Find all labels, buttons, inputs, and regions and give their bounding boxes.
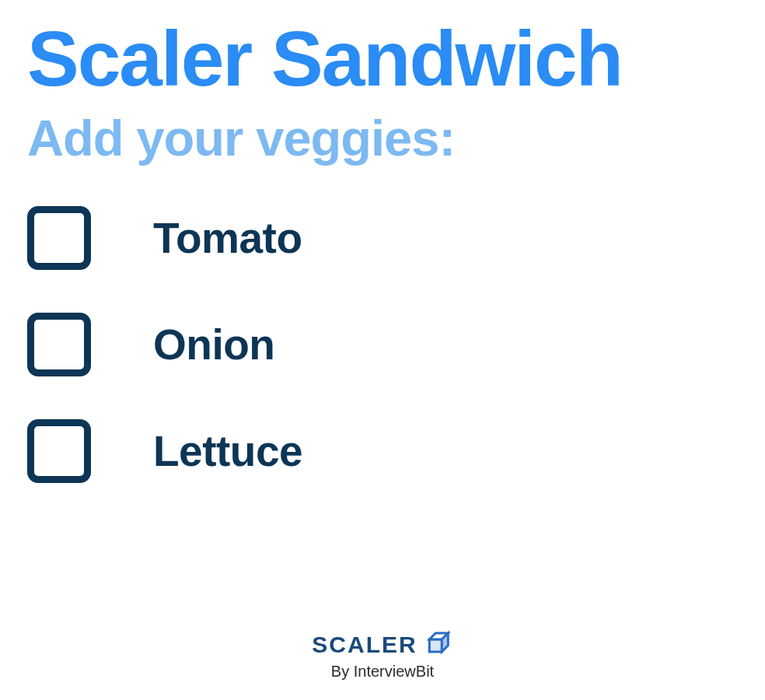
page-subtitle: Add your veggies: (27, 109, 738, 167)
checkbox-lettuce[interactable] (27, 419, 91, 483)
footer-brand: SCALER (312, 630, 452, 660)
option-label: Onion (153, 320, 274, 369)
footer-brand-text: SCALER (312, 632, 417, 658)
option-row: Onion (27, 313, 738, 376)
page-title: Scaler Sandwich (27, 16, 738, 101)
checkbox-tomato[interactable] (27, 206, 91, 270)
option-label: Tomato (153, 213, 302, 263)
footer: SCALER By InterviewBit (312, 630, 452, 681)
option-label: Lettuce (153, 426, 302, 476)
footer-byline: By InterviewBit (312, 663, 452, 681)
option-row: Tomato (27, 206, 738, 270)
scaler-logo-icon (427, 630, 453, 660)
checkbox-onion[interactable] (27, 313, 91, 376)
option-row: Lettuce (27, 419, 738, 483)
